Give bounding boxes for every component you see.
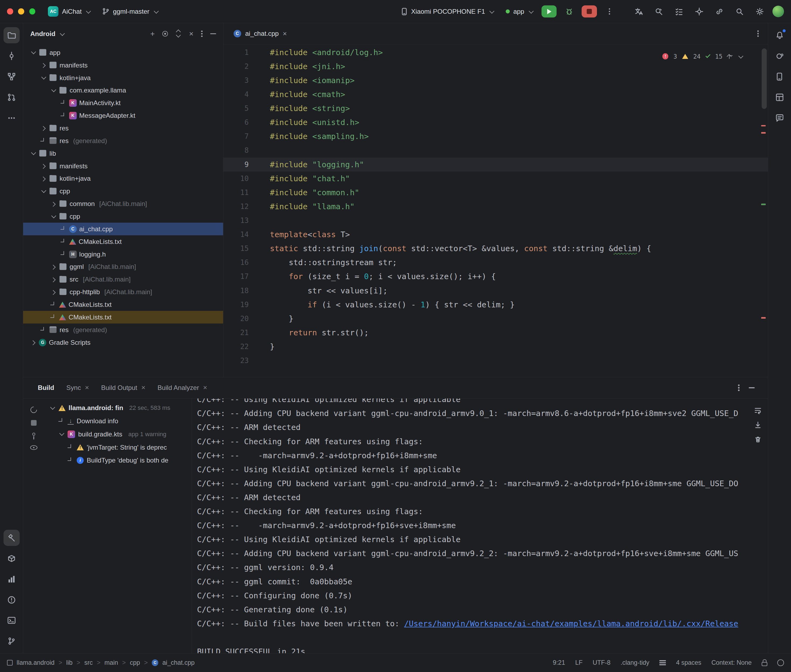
chevron-down-icon[interactable] — [30, 150, 36, 156]
editor-options-kebab-icon[interactable] — [757, 33, 759, 34]
problems-tool-button[interactable] — [3, 592, 20, 608]
build-item-buildtype-debug-is-both-de[interactable]: iBuildType 'debug' is both de — [44, 454, 192, 467]
tree-item-common[interactable]: common[AiChat.lib.main] — [23, 198, 223, 210]
filter-eye-icon[interactable] — [30, 445, 37, 450]
inspections-status-icon[interactable] — [777, 659, 784, 666]
build-console[interactable]: C/C++: -- Using KleidiAI optimized kerne… — [192, 398, 768, 653]
chevron-right-icon[interactable] — [40, 163, 46, 169]
code-editor[interactable]: 1#include <android/log.h>2#include <jni.… — [223, 44, 768, 377]
prev-problem-icon[interactable] — [727, 54, 733, 59]
error-stripe-mark[interactable] — [761, 317, 766, 318]
user-avatar[interactable] — [772, 6, 784, 17]
chevron-right-icon[interactable] — [40, 62, 46, 68]
run-button[interactable] — [542, 5, 557, 18]
code-line-9[interactable]: 9#include "logging.h" — [223, 158, 768, 171]
status-line-separator[interactable]: LF — [575, 659, 582, 666]
chevron-down-icon[interactable] — [50, 213, 56, 219]
task-list-button[interactable] — [672, 4, 687, 18]
stop-button[interactable] — [582, 5, 597, 18]
build-tool-button[interactable] — [3, 530, 20, 546]
breadcrumb-item-llama-android[interactable]: llama.android — [17, 659, 55, 666]
hide-panel-icon[interactable] — [210, 34, 216, 34]
build-item-download-info[interactable]: ↓Download info — [44, 414, 192, 428]
pull-requests-tool-button[interactable] — [3, 89, 20, 106]
build-item-jvmtarget-string-is-deprec[interactable]: !'jvmTarget: String' is deprec — [44, 441, 192, 454]
tree-item-cpp-httplib[interactable]: cpp-httplib[AiChat.lib.main] — [23, 286, 223, 299]
indent-config-icon[interactable] — [659, 660, 666, 661]
layout-inspector-button[interactable] — [771, 89, 788, 106]
breadcrumb-item-ai-chat-cpp[interactable]: ai_chat.cpp — [162, 659, 194, 666]
close-tab-icon[interactable]: × — [141, 384, 145, 392]
project-widget[interactable]: AC AiChat — [44, 4, 94, 19]
status-file-encoding[interactable]: UTF-8 — [593, 659, 610, 666]
build-tab-build-analyzer[interactable]: Build Analyzer× — [152, 377, 213, 398]
profiler-tool-button[interactable] — [3, 571, 20, 587]
code-line-19[interactable]: 19 if (i < values.size() - 1) { str << d… — [223, 298, 768, 312]
code-line-10[interactable]: 10#include "chat.h" — [223, 171, 768, 186]
code-line-11[interactable]: 11#include "common.h" — [223, 186, 768, 200]
code-line-14[interactable]: 14template<class T> — [223, 227, 768, 242]
tree-item-lib[interactable]: lib — [23, 147, 223, 160]
debug-button[interactable] — [562, 4, 576, 18]
device-mirroring-button[interactable] — [712, 4, 727, 18]
close-tab-icon[interactable]: × — [282, 30, 287, 38]
build-tab-build[interactable]: Build — [32, 377, 60, 398]
build-item-build-gradle-kts[interactable]: Kbuild.gradle.ktsapp 1 warning — [44, 427, 192, 441]
tree-item-messageadapter-kt[interactable]: KMessageAdapter.kt — [23, 109, 223, 122]
chevron-down-icon[interactable] — [58, 431, 64, 437]
device-manager-button[interactable] — [771, 69, 788, 85]
code-line-12[interactable]: 12#include "llama.h" — [223, 200, 768, 213]
next-problem-icon[interactable] — [738, 54, 743, 59]
select-opened-file-icon[interactable] — [162, 31, 168, 37]
chevron-down-icon[interactable] — [40, 75, 46, 81]
chevron-right-icon[interactable] — [40, 125, 46, 131]
tree-item-manifests[interactable]: manifests — [23, 160, 223, 172]
tree-item-app[interactable]: app — [23, 46, 223, 59]
tree-item-cmakelists-txt[interactable]: CMakeLists.txt — [23, 299, 223, 311]
chevron-right-icon[interactable] — [30, 339, 36, 345]
stop-build-icon[interactable] — [31, 420, 37, 426]
chevron-right-icon[interactable] — [40, 176, 46, 181]
rerun-build-icon[interactable] — [29, 405, 38, 414]
tree-item-kotlin-java[interactable]: kotlin+java — [23, 72, 223, 84]
code-line-18[interactable]: 18 str << values[i]; — [223, 284, 768, 298]
code-line-15[interactable]: 15static std::string join(const std::vec… — [223, 242, 768, 256]
code-line-4[interactable]: 4#include <cmath> — [223, 87, 768, 101]
clear-console-trash-icon[interactable] — [754, 436, 762, 443]
code-line-5[interactable]: 5#include <string> — [223, 101, 768, 115]
chevron-right-icon[interactable] — [50, 289, 56, 295]
search-everywhere-button[interactable] — [732, 4, 747, 18]
tree-item-manifests[interactable]: manifests — [23, 59, 223, 72]
soft-wrap-icon[interactable] — [754, 406, 762, 414]
project-tool-button[interactable] — [3, 27, 20, 43]
build-tab-build-output[interactable]: Build Output× — [96, 377, 151, 398]
more-run-actions-button[interactable] — [602, 4, 617, 18]
version-control-tool-button[interactable] — [3, 633, 20, 649]
tree-item-logging-h[interactable]: Hlogging.h — [23, 248, 223, 261]
editor-tab-ai-chat-cpp[interactable]: C ai_chat.cpp × — [228, 23, 293, 44]
expand-collapse-icon[interactable] — [175, 30, 181, 37]
code-line-7[interactable]: 7#include <sampling.h> — [223, 130, 768, 143]
console-link[interactable]: /Users/hanyin/Workspace/ai-chat/examples… — [404, 619, 738, 628]
tree-item-cpp[interactable]: cpp — [23, 185, 223, 198]
build-item-llama-android-fin[interactable]: !llama.android: fin22 sec, 583 ms — [44, 402, 192, 414]
lock-icon[interactable] — [762, 662, 767, 666]
status-indent-style[interactable]: 4 spaces — [676, 659, 701, 666]
editor-scrollbar[interactable] — [762, 48, 767, 109]
error-stripe-mark[interactable] — [761, 125, 766, 126]
error-stripe-mark[interactable] — [761, 132, 766, 134]
tree-item-cmakelists-txt[interactable]: CMakeLists.txt — [23, 311, 223, 323]
inspect-code-button[interactable] — [651, 4, 666, 18]
code-line-21[interactable]: 21 return str.str(); — [223, 326, 768, 340]
code-line-17[interactable]: 17 for (size_t i = 0; i < values.size();… — [223, 269, 768, 283]
app-insights-button[interactable] — [771, 110, 788, 126]
terminal-tool-button[interactable] — [3, 612, 20, 629]
tree-item-gradle-scripts[interactable]: GGradle Scripts — [23, 336, 223, 349]
chevron-right-icon[interactable] — [50, 264, 56, 270]
tree-item-src[interactable]: src[AiChat.lib.main] — [23, 273, 223, 286]
status-clang-tidy[interactable]: .clang-tidy — [621, 659, 650, 666]
tree-item-cmakelists-txt[interactable]: CMakeLists.txt — [23, 235, 223, 248]
close-tab-icon[interactable]: × — [85, 384, 89, 392]
code-line-13[interactable]: 13 — [223, 213, 768, 227]
status-context[interactable]: Context: None — [711, 659, 752, 666]
